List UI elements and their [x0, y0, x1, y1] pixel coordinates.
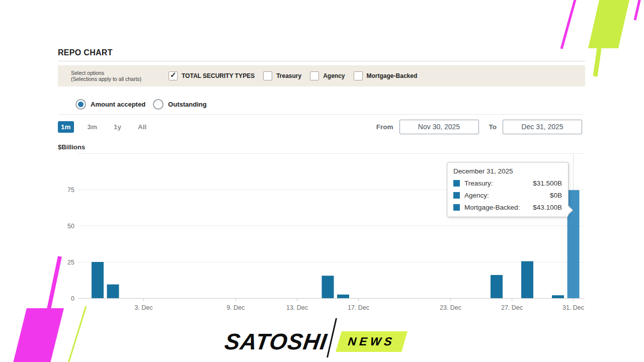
bar-dec-15[interactable] — [322, 276, 334, 298]
tooltip-series-label: Agency: — [464, 192, 489, 199]
satoshi-news-logo: SATOSHI NEWS — [225, 325, 405, 358]
x-tick-label: 13. Dec — [286, 304, 308, 311]
tooltip-title: December 31, 2025 — [453, 167, 562, 175]
x-tick-label: 3. Dec — [134, 304, 152, 311]
y-tick-label: 25 — [67, 259, 74, 266]
bar-dec-26[interactable] — [491, 275, 503, 298]
logo-wordmark: SATOSHI — [223, 330, 329, 353]
tooltip-series-label: Treasury: — [464, 179, 493, 187]
bar-dec-16[interactable] — [337, 295, 349, 298]
y-tick-label: 0 — [71, 295, 74, 302]
tooltip-row: Mortgage-Backed:$43.100B — [453, 204, 562, 211]
tooltip-row: Agency:$0B — [453, 192, 562, 199]
tooltip-series-value: $43.100B — [533, 204, 562, 211]
logo-news-badge: NEWS — [336, 331, 408, 352]
bar-dec-1[interactable] — [107, 285, 119, 298]
x-tick-label: 23. Dec — [440, 304, 461, 311]
tooltip-row: Treasury:$31.500B — [453, 179, 562, 187]
tooltip-series-label: Mortgage-Backed: — [464, 204, 520, 211]
bar-dec-28[interactable] — [521, 261, 533, 298]
tooltip-series-value: $0B — [550, 192, 562, 199]
x-tick-label: 17. Dec — [348, 304, 369, 311]
tooltip-series-value: $31.500B — [533, 179, 562, 187]
series-marker-icon — [453, 204, 460, 211]
chart-tooltip: December 31, 2025 Treasury:$31.500BAgenc… — [447, 162, 569, 217]
y-tick-label: 50 — [67, 223, 74, 230]
series-marker-icon — [453, 180, 460, 187]
logo-badge-text: NEWS — [346, 335, 396, 348]
page: REPO CHART Select options (Selections ap… — [0, 0, 644, 362]
series-marker-icon — [453, 192, 460, 199]
x-tick-label: 27. Dec — [501, 304, 523, 311]
tooltip-rows: Treasury:$31.500BAgency:$0BMortgage-Back… — [453, 179, 562, 211]
y-tick-label: 75 — [67, 187, 74, 194]
x-tick-label: 9. Dec — [226, 304, 245, 311]
x-tick-label: 31. Dec — [562, 304, 584, 311]
bar-nov-30[interactable] — [92, 262, 104, 298]
bar-dec-30[interactable] — [552, 295, 564, 298]
